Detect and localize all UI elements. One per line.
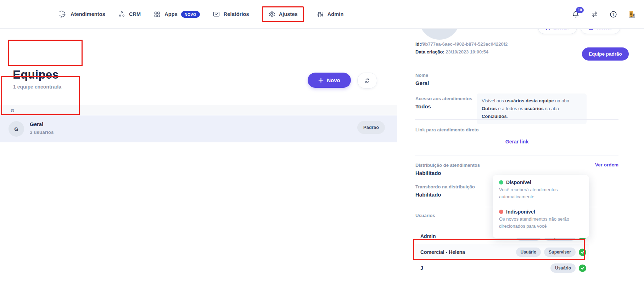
team-list-item-geral[interactable]: G Geral 3 usuários Padrão <box>0 115 397 142</box>
team-created-line: Data criação: 23/10/2023 10:00:54 <box>415 49 488 55</box>
role-badge: Usuário <box>550 263 576 273</box>
team-user-count: 3 usuários <box>30 130 54 135</box>
nav-crm[interactable]: CRM <box>118 11 141 18</box>
unavailable-status: Indisponível <box>499 209 583 215</box>
transbordo-label: Transbordo na distribuição <box>415 184 475 189</box>
nav-relatorios[interactable]: Relatórios <box>213 11 249 18</box>
user-name: Comercial - Helena <box>420 249 465 255</box>
svg-text:?: ? <box>612 12 614 16</box>
nome-value: Geral <box>415 80 429 86</box>
user-row-comercial-helena[interactable]: Comercial - Helena Usuário Supervisor <box>415 244 589 260</box>
generate-link-button[interactable]: Gerar link <box>415 139 618 144</box>
nav-crm-label: CRM <box>129 11 141 17</box>
new-team-button-label: Novo <box>327 77 340 83</box>
refresh-button[interactable] <box>357 73 377 89</box>
acesso-value: Todos <box>415 103 431 109</box>
reports-icon <box>213 11 220 18</box>
unavailable-dot-icon <box>499 210 503 214</box>
user-row-j[interactable]: J Usuário <box>415 260 589 276</box>
availability-tooltip: Disponível Você receberá atendimentos au… <box>493 175 589 238</box>
default-badge: Padrão <box>357 121 385 134</box>
main-menu: Atendimentos CRM Apps NOVO <box>60 0 343 28</box>
nav-apps[interactable]: Apps NOVO <box>153 11 200 18</box>
novo-badge: NOVO <box>181 11 200 18</box>
nav-apps-label: Apps <box>164 11 178 17</box>
role-badge: Supervisor <box>544 248 576 257</box>
distribuicao-value: Habilitado <box>415 170 441 176</box>
swap-arrows-icon <box>590 10 599 18</box>
refresh-icon <box>364 77 371 84</box>
usuarios-label: Usuários <box>415 213 435 218</box>
new-team-button[interactable]: Novo <box>308 73 351 88</box>
nav-relatorios-label: Relatórios <box>224 11 249 17</box>
section-divider <box>415 155 618 155</box>
user-name: Admin <box>420 233 436 239</box>
nav-ajustes-label: Ajustes <box>279 11 298 17</box>
notification-count-badge: 10 <box>576 7 584 13</box>
active-check-icon <box>579 265 586 272</box>
top-nav: Atendimentos CRM Apps NOVO <box>0 0 644 29</box>
help-button[interactable]: ? <box>609 10 617 18</box>
nav-ajustes[interactable]: Ajustes <box>262 6 304 22</box>
group-letter-header: G <box>0 106 397 115</box>
nav-atendimentos-label: Atendimentos <box>71 11 105 17</box>
available-title: Disponível <box>506 180 531 185</box>
chat-icon <box>60 11 67 18</box>
acesso-label: Acesso aos atendimentos <box>415 96 472 101</box>
app-root: Atendimentos CRM Apps NOVO <box>0 0 644 284</box>
section-divider <box>415 119 618 120</box>
plus-icon <box>318 78 324 83</box>
link-label: Link para atendimento direto <box>415 127 478 132</box>
available-desc: Você receberá atendimentos automaticamen… <box>499 186 581 200</box>
ver-ordem-link[interactable]: Ver ordem <box>567 162 618 167</box>
transbordo-value: Habilitado <box>415 192 441 198</box>
user-name: J <box>420 265 423 271</box>
sliders-icon <box>317 11 324 18</box>
gear-icon <box>268 11 275 18</box>
distribuicao-label: Distribuição de atendimentos <box>415 163 480 168</box>
role-badge: Usuário <box>516 248 541 257</box>
nav-admin-label: Admin <box>327 11 344 17</box>
team-avatar: G <box>9 121 24 137</box>
unavailable-title: Indisponível <box>506 209 535 215</box>
help-icon: ? <box>609 10 617 18</box>
page-title: Equipes <box>13 68 59 81</box>
notifications-button[interactable]: 10 <box>572 10 580 18</box>
team-id-line: Id:f9b777ea-6aec-4902-b874-523ac04220f2 <box>415 41 508 47</box>
unavailable-desc: Os novos atendimentos não serão direcion… <box>499 216 581 230</box>
apps-grid-icon <box>153 11 161 18</box>
nome-label: Nome <box>415 73 428 78</box>
page-subtitle: 1 equipe encontrada <box>13 84 61 90</box>
team-id-value: f9b777ea-6aec-4902-b874-523ac04220f2 <box>421 41 508 47</box>
default-team-badge: Equipe padrão <box>582 47 629 61</box>
teams-panel: Equipes 1 equipe encontrada Novo G G Ger… <box>0 28 397 284</box>
available-status: Disponível <box>499 180 583 185</box>
building-icon <box>628 10 636 18</box>
crm-icon <box>118 11 125 18</box>
team-name: Geral <box>30 121 43 127</box>
available-dot-icon <box>499 180 503 184</box>
team-created-value: 23/10/2023 10:00:54 <box>446 49 488 55</box>
organization-button[interactable] <box>628 10 636 18</box>
team-created-label: Data criação: <box>415 49 444 55</box>
switch-account-button[interactable] <box>590 10 599 18</box>
nav-atendimentos[interactable]: Atendimentos <box>60 11 105 18</box>
nav-admin[interactable]: Admin <box>317 11 344 18</box>
header-actions: 10 ? <box>572 0 636 28</box>
active-check-icon <box>579 249 586 256</box>
team-id-label: Id: <box>415 41 421 47</box>
